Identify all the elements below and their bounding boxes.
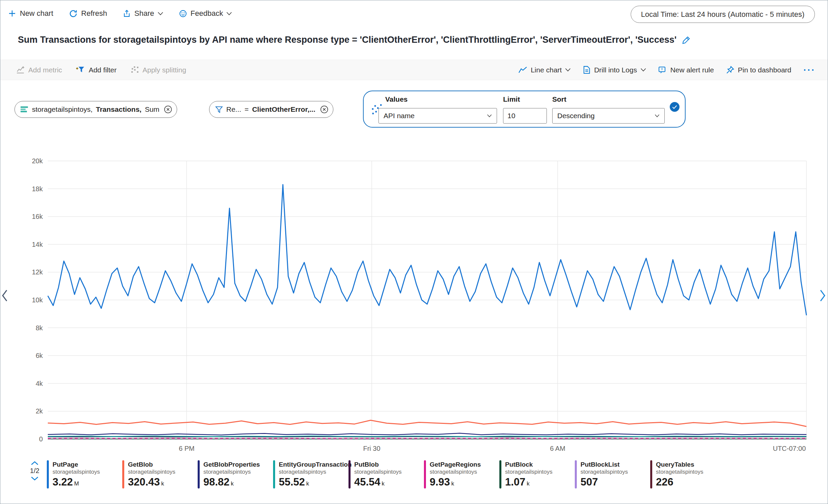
legend-item-QueryTables[interactable]: QueryTablesstoragetailspintoys226 [650,460,726,490]
legend-series-value: 55.52k [279,476,352,490]
legend-series-scope: storagetailspintoys [430,468,481,475]
pin-to-dashboard-button[interactable]: Pin to dashboard [726,66,791,74]
x-axis-label: Fri 30 [363,445,380,452]
y-axis-label: 10k [2,296,43,304]
remove-metric-icon[interactable] [163,105,173,114]
chart-title: Sum Transactions for storagetailspintoys… [18,35,676,45]
add-filter-button[interactable]: Add filter [76,66,117,74]
limit-input[interactable] [503,108,547,124]
series-line-GetBlob [48,420,806,427]
chart-next-button[interactable] [819,289,826,304]
legend-color-bar [122,460,124,489]
apply-splitting-icon [131,66,139,74]
legend-series-value: 45.54k [354,476,402,490]
y-axis-label: 12k [2,268,43,276]
new-chart-button[interactable]: New chart [8,9,53,18]
add-metric-icon [16,66,25,74]
y-axis-label: 6k [2,351,43,360]
legend-item-EntityGroupTransaction[interactable]: EntityGroupTransactionstoragetailspintoy… [273,460,349,490]
new-alert-rule-label: New alert rule [670,66,714,74]
legend-item-GetBlobProperties[interactable]: GetBlobPropertiesstoragetailspintoys98.8… [198,460,273,490]
limit-label: Limit [503,95,520,103]
metric-bars-icon [21,106,29,113]
legend-series-name: EntityGroupTransaction [279,461,352,468]
feedback-button[interactable]: Feedback [179,9,232,18]
legend-series-scope: storagetailspintoys [279,468,352,475]
new-alert-rule-button[interactable]: New alert rule [658,66,714,74]
y-axis-label: 20k [2,157,43,165]
legend-page-down-button[interactable] [31,476,39,481]
legend-series-name: PutBlockList [581,461,628,468]
metric-pill-aggregation: Sum [145,105,159,113]
more-options-button[interactable]: ··· [803,67,816,73]
refresh-icon [69,9,78,18]
legend-series-name: QueryTables [656,461,703,468]
y-axis-label: 2k [2,407,43,415]
filter-pill[interactable]: Re... = ClientOtherError,... [209,101,333,118]
sort-selected: Descending [557,112,595,120]
legend-series-name: PutPage [53,461,100,468]
legend-item-PutPage[interactable]: PutPagestoragetailspintoys3.22M [47,460,122,490]
legend-series-value: 9.93k [430,476,481,490]
line-chart-icon [518,66,527,74]
series-line-GetBlobProperties [48,433,806,435]
new-chart-label: New chart [20,9,53,18]
share-button[interactable]: Share [123,9,163,18]
timezone-label: UTC-07:00 [773,445,806,452]
y-axis-label: 18k [2,185,43,193]
y-axis-label: 14k [2,240,43,248]
chart-toolbar: Add metric Add filter Apply splitting Li… [0,60,828,80]
apply-split-check-button[interactable] [670,102,680,112]
metric-pill[interactable]: storagetailspintoys, Transactions, Sum [14,101,177,118]
legend-series-scope: storagetailspintoys [354,468,402,475]
share-label: Share [134,9,154,18]
legend-page-up-button[interactable] [31,461,39,465]
legend-item-PutBlock[interactable]: PutBlockstoragetailspintoys1.07k [499,460,575,490]
add-filter-label: Add filter [89,66,117,74]
add-metric-button: Add metric [16,66,62,74]
chart-prev-button[interactable] [1,289,8,304]
edit-title-icon[interactable] [682,35,691,44]
legend-color-bar [650,460,652,489]
legend-series-scope: storagetailspintoys [53,468,100,475]
apply-splitting-button: Apply splitting [131,66,186,74]
legend-series-value: 320.43k [128,476,175,490]
filter-pill-field: Re... [226,105,241,113]
series-line-EntityGroupTransaction [48,436,806,437]
chart-toolbar-right: Line chart Drill into Logs New alert rul… [518,66,816,74]
time-range-button[interactable]: Local Time: Last 24 hours (Automatic - 5… [631,6,815,23]
drill-into-logs-dropdown[interactable]: Drill into Logs [583,66,646,74]
refresh-label: Refresh [81,9,107,18]
filter-pill-equals: = [244,105,249,113]
y-axis-label: 8k [2,324,43,332]
plus-icon [8,9,16,18]
chevron-down-icon [640,68,646,72]
series-line-PutPage [48,184,806,315]
chevron-down-icon [226,12,232,15]
line-chart-plot [48,161,806,439]
metric-pill-metric: Transactions, [96,105,141,113]
legend-color-bar [273,460,275,489]
legend-item-PutBlob[interactable]: PutBlobstoragetailspintoys45.54k [349,460,424,490]
legend-series-value: 3.22M [53,476,100,490]
remove-filter-icon[interactable] [320,105,329,114]
legend-item-GetBlob[interactable]: GetBlobstoragetailspintoys320.43k [122,460,198,490]
x-axis-label: 6 AM [550,445,565,452]
split-settings-box: Values API name Limit Sort Descending [363,91,686,128]
chart-toolbar-left: Add metric Add filter Apply splitting [16,66,186,74]
values-selected: API name [384,112,415,120]
values-select[interactable]: API name [378,108,497,124]
legend-series-name: GetBlob [128,461,175,468]
refresh-button[interactable]: Refresh [69,9,107,18]
legend-item-PutBlockList[interactable]: PutBlockListstoragetailspintoys507 [575,460,650,490]
sort-select[interactable]: Descending [552,108,665,124]
legend-series-scope: storagetailspintoys [128,468,175,475]
legend-series-name: PutBlob [354,461,402,468]
legend-series-value: 98.82k [203,476,260,490]
legend-item-GetPageRegions[interactable]: GetPageRegionsstoragetailspintoys9.93k [424,460,499,490]
legend-color-bar [575,460,577,489]
add-filter-icon [76,66,85,74]
x-axis-label: 6 PM [179,445,195,452]
chart-type-dropdown[interactable]: Line chart [518,66,571,74]
apply-splitting-label: Apply splitting [142,66,186,74]
